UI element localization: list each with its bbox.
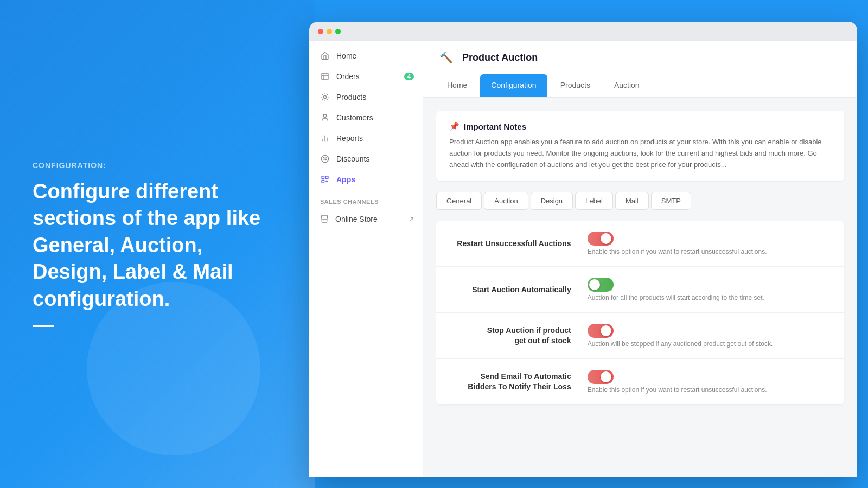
toggle-auto-start[interactable]: [588, 278, 614, 292]
sidebar-item-apps[interactable]: Apps: [309, 169, 423, 190]
title-underline: [33, 325, 54, 327]
svg-rect-11: [326, 176, 328, 179]
sidebar-item-customers[interactable]: Customers: [309, 107, 423, 128]
sidebar-label-orders: Orders: [336, 72, 360, 81]
sidebar-label-discounts: Discounts: [336, 155, 369, 163]
setting-control-auto-start: Auction for all the products will start …: [588, 278, 831, 301]
sidebar: Home Orders 4: [309, 41, 423, 477]
sidebar-item-online-store[interactable]: Online Store ↗: [309, 209, 423, 229]
config-tab-auction[interactable]: Auction: [484, 192, 528, 210]
browser-window: Home Orders 4: [309, 22, 857, 477]
svg-rect-10: [322, 176, 324, 179]
main-content: 🔨 Product Auction Home Configuration Pro…: [423, 41, 857, 477]
browser-chrome: [309, 22, 857, 41]
notes-card: 📌 Important Notes Product Auction app en…: [436, 111, 844, 181]
notes-title: 📌 Important Notes: [449, 121, 831, 131]
setting-control-stop-stock: Auction will be stopped if any auctioned…: [588, 324, 831, 348]
setting-control-email-bidders: Enable this option if you want to restar…: [588, 370, 831, 394]
tab-nav: Home Configuration Products Auction: [423, 74, 857, 98]
browser-dot-red[interactable]: [318, 29, 323, 34]
browser-dot-green[interactable]: [335, 29, 341, 34]
customers-icon: [320, 113, 330, 123]
products-icon: [320, 92, 330, 102]
config-tab-design[interactable]: Design: [531, 192, 573, 210]
sidebar-nav: Home Orders 4: [309, 46, 423, 477]
config-tab-lebel[interactable]: Lebel: [575, 192, 613, 210]
setting-label-stop-stock: Stop Auction if productget out of stock: [449, 325, 588, 346]
svg-point-2: [323, 114, 326, 117]
app-title: Product Auction: [462, 52, 538, 63]
setting-label-restart: Restart Unsuccessfull Auctions: [449, 239, 588, 248]
setting-desc-email-bidders: Enable this option if you want to restar…: [588, 386, 831, 394]
tab-configuration[interactable]: Configuration: [480, 74, 547, 97]
app-icon: 🔨: [436, 48, 456, 67]
left-panel: CONFIGURATION: Configure different secti…: [0, 0, 315, 488]
browser-dot-yellow[interactable]: [327, 29, 332, 34]
config-label: CONFIGURATION:: [33, 161, 282, 170]
sidebar-item-orders[interactable]: Orders 4: [309, 66, 423, 87]
home-icon: [320, 51, 330, 61]
sidebar-item-home[interactable]: Home: [309, 46, 423, 66]
config-tab-general[interactable]: General: [436, 192, 482, 210]
setting-control-restart: Enable this option if you want to restar…: [588, 232, 831, 255]
toggle-restart[interactable]: [588, 232, 614, 246]
toggle-row-restart: [588, 232, 831, 246]
toggle-row-email-bidders: [588, 370, 831, 384]
setting-desc-restart: Enable this option if you want to restar…: [588, 248, 831, 255]
sidebar-item-reports[interactable]: Reports: [309, 128, 423, 149]
toggle-row-stop-stock: [588, 324, 831, 338]
settings-card: Restart Unsuccessfull Auctions Enable th…: [436, 221, 844, 404]
notes-text: Product Auction app enables you a featur…: [449, 137, 831, 170]
store-icon: [320, 215, 329, 223]
toggle-row-auto-start: [588, 278, 831, 292]
discounts-icon: [320, 154, 330, 164]
content-area: 📌 Important Notes Product Auction app en…: [423, 98, 857, 477]
toggle-stop-stock[interactable]: [588, 324, 614, 338]
sidebar-label-apps: Apps: [336, 175, 355, 184]
sidebar-label-reports: Reports: [336, 134, 363, 143]
sidebar-label-products: Products: [336, 93, 366, 101]
setting-label-auto-start: Start Auction Automatically: [449, 285, 588, 294]
toggle-email-bidders[interactable]: [588, 370, 614, 384]
sidebar-label-home: Home: [336, 52, 356, 60]
config-tab-smtp[interactable]: SMTP: [651, 192, 691, 210]
sidebar-label-customers: Customers: [336, 113, 373, 122]
svg-point-9: [326, 159, 326, 160]
svg-rect-0: [322, 73, 328, 80]
deco-circle: [87, 282, 260, 455]
orders-badge: 4: [404, 73, 414, 80]
external-link-icon: ↗: [409, 215, 414, 223]
config-tabs: General Auction Design Lebel Mail SMTP: [436, 192, 844, 210]
sales-channels-label: SALES CHANNELS: [309, 190, 423, 209]
app-header: 🔨 Product Auction: [423, 41, 857, 74]
tab-home[interactable]: Home: [436, 74, 478, 97]
setting-row-restart: Restart Unsuccessfull Auctions Enable th…: [436, 221, 844, 267]
sidebar-item-discounts[interactable]: Discounts: [309, 149, 423, 169]
setting-desc-stop-stock: Auction will be stopped if any auctioned…: [588, 340, 831, 348]
svg-point-8: [323, 157, 324, 158]
reports-icon: [320, 133, 330, 143]
tab-auction[interactable]: Auction: [603, 74, 650, 97]
setting-label-email-bidders: Send Email To AutomaticBidders To Notify…: [449, 371, 588, 393]
setting-desc-auto-start: Auction for all the products will start …: [588, 294, 831, 301]
orders-icon: [320, 72, 330, 81]
notes-pin-icon: 📌: [449, 121, 459, 131]
config-tab-mail[interactable]: Mail: [615, 192, 649, 210]
online-store-label: Online Store: [335, 215, 378, 223]
setting-row-stop-stock: Stop Auction if productget out of stock …: [436, 313, 844, 359]
svg-point-1: [323, 95, 326, 98]
app-layout: Home Orders 4: [309, 41, 857, 477]
sidebar-item-products[interactable]: Products: [309, 87, 423, 107]
setting-row-auto-start: Start Auction Automatically Auction for …: [436, 267, 844, 313]
setting-row-email-bidders: Send Email To AutomaticBidders To Notify…: [436, 359, 844, 404]
svg-rect-12: [322, 180, 324, 183]
apps-icon: [320, 175, 330, 184]
tab-products[interactable]: Products: [550, 74, 601, 97]
